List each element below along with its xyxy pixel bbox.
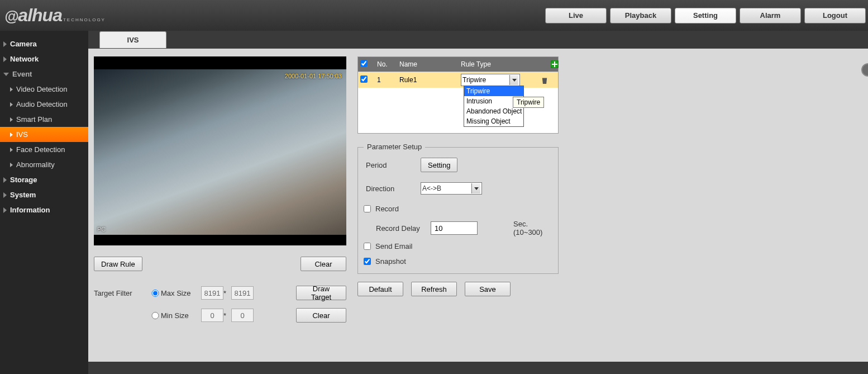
brand-at-icon: @ bbox=[4, 8, 18, 25]
draw-target-button[interactable]: Draw Target bbox=[296, 286, 346, 300]
action-row: Default Refresh Save bbox=[357, 282, 559, 296]
tab-strip: IVS bbox=[88, 31, 868, 49]
chevron-down-icon[interactable] bbox=[471, 183, 480, 193]
nav-logout-button[interactable]: Logout bbox=[804, 8, 866, 23]
caret-right-icon bbox=[3, 207, 7, 213]
delete-rule-icon[interactable] bbox=[541, 76, 549, 84]
send-email-checkbox[interactable] bbox=[364, 243, 371, 250]
settings-panel: 2000-01-01 17:50:03 PC Draw Rule Clear T… bbox=[88, 49, 868, 362]
sidebar-group-network[interactable]: Network bbox=[0, 51, 88, 67]
direction-value: A<->B bbox=[422, 184, 441, 192]
record-checkbox[interactable] bbox=[364, 205, 371, 212]
rule-row-name[interactable]: Rule1 bbox=[397, 76, 459, 84]
direction-label: Direction bbox=[366, 184, 416, 193]
direction-combo[interactable]: A<->B bbox=[421, 182, 482, 195]
tooltip: Tripwire bbox=[513, 97, 544, 108]
col-type: Rule Type bbox=[459, 60, 537, 68]
min-size-label: Min Size bbox=[161, 311, 201, 320]
top-nav: Live Playback Setting Alarm Logout bbox=[545, 8, 868, 23]
rule-row-no: 1 bbox=[375, 76, 397, 84]
main-area: IVS 2000-01-01 17:50:03 PC Draw Rule Cle… bbox=[88, 31, 868, 374]
video-column: 2000-01-01 17:50:03 PC Draw Rule Clear T… bbox=[94, 56, 346, 323]
caret-right-icon bbox=[3, 177, 7, 183]
max-width-input[interactable] bbox=[201, 286, 223, 300]
parameter-setup-fieldset: Parameter Setup Period Setting Direction… bbox=[357, 147, 559, 274]
sidebar-item-video-detection[interactable]: Video Detection bbox=[0, 82, 88, 97]
clear-rule-button[interactable]: Clear bbox=[301, 257, 346, 271]
dropdown-option-tripwire[interactable]: Tripwire bbox=[464, 86, 523, 96]
rule-table: No. Name Rule Type 1 Rule1 bbox=[357, 56, 559, 134]
rule-column: No. Name Rule Type 1 Rule1 bbox=[357, 56, 559, 296]
chevron-right-icon bbox=[10, 132, 13, 137]
caret-right-icon bbox=[3, 192, 7, 198]
chevron-right-icon bbox=[10, 87, 13, 92]
snapshot-checkbox[interactable] bbox=[364, 258, 371, 265]
rule-type-value: Tripwire bbox=[462, 76, 486, 84]
record-delay-hint: Sec. (10~300) bbox=[513, 220, 550, 236]
video-timestamp: 2000-01-01 17:50:03 bbox=[285, 73, 342, 79]
clear-target-button[interactable]: Clear bbox=[296, 308, 346, 323]
draw-rule-button[interactable]: Draw Rule bbox=[94, 257, 142, 271]
col-no: No. bbox=[375, 60, 397, 68]
col-name: Name bbox=[397, 60, 459, 68]
sidebar-group-information[interactable]: Information bbox=[0, 202, 88, 217]
sidebar-item-ivs[interactable]: IVS bbox=[0, 127, 88, 142]
record-delay-input[interactable] bbox=[431, 221, 478, 235]
chevron-right-icon bbox=[10, 102, 13, 107]
send-email-label: Send Email bbox=[375, 242, 412, 250]
default-button[interactable]: Default bbox=[357, 282, 403, 296]
brand-sub: TECHNOLOGY bbox=[63, 17, 106, 22]
chevron-right-icon bbox=[10, 148, 13, 152]
target-filter-label: Target Filter bbox=[94, 289, 150, 297]
sidebar-group-event[interactable]: Event bbox=[0, 67, 88, 82]
rule-row[interactable]: 1 Rule1 Tripwire bbox=[358, 72, 558, 88]
video-corner-label: PC bbox=[97, 226, 106, 233]
nav-setting-button[interactable]: Setting bbox=[675, 8, 736, 23]
sidebar-item-face-detection[interactable]: Face Detection bbox=[0, 142, 88, 157]
caret-down-icon bbox=[3, 73, 9, 76]
record-label: Record bbox=[375, 205, 399, 213]
video-preview: 2000-01-01 17:50:03 PC bbox=[94, 56, 346, 245]
chevron-right-icon bbox=[10, 163, 13, 167]
video-frame[interactable]: 2000-01-01 17:50:03 PC bbox=[94, 69, 346, 235]
sidebar-group-camera[interactable]: Camera bbox=[0, 36, 88, 51]
caret-right-icon bbox=[3, 56, 7, 62]
top-bar: @alhua TECHNOLOGY Live Playback Setting … bbox=[0, 0, 868, 31]
select-all-checkbox[interactable] bbox=[360, 60, 368, 67]
min-height-input[interactable] bbox=[231, 309, 254, 322]
rule-table-header: No. Name Rule Type bbox=[358, 57, 558, 72]
sidebar: Camera Network Event Video Detection Aud… bbox=[0, 31, 88, 374]
max-height-input[interactable] bbox=[231, 286, 254, 300]
chevron-down-icon[interactable] bbox=[509, 75, 518, 85]
brand-logo: @alhua TECHNOLOGY bbox=[4, 5, 106, 26]
nav-playback-button[interactable]: Playback bbox=[610, 8, 671, 23]
min-size-radio[interactable] bbox=[150, 312, 161, 319]
snapshot-label: Snapshot bbox=[375, 257, 406, 266]
record-delay-label: Record Delay bbox=[376, 224, 426, 233]
size-multiply-2: * bbox=[223, 311, 231, 320]
add-rule-icon[interactable] bbox=[551, 60, 559, 68]
rule-type-combo[interactable]: Tripwire bbox=[461, 74, 520, 86]
max-size-radio[interactable] bbox=[150, 290, 161, 297]
sidebar-item-smart-plan[interactable]: Smart Plan bbox=[0, 112, 88, 127]
sidebar-group-system[interactable]: System bbox=[0, 187, 88, 202]
nav-live-button[interactable]: Live bbox=[545, 8, 607, 23]
refresh-button[interactable]: Refresh bbox=[411, 282, 457, 296]
sidebar-item-abnormality[interactable]: Abnormality bbox=[0, 157, 88, 172]
size-multiply-1: * bbox=[223, 289, 231, 297]
brand-name: alhua bbox=[18, 5, 62, 26]
min-width-input[interactable] bbox=[201, 309, 223, 322]
save-button[interactable]: Save bbox=[465, 282, 511, 296]
period-label: Period bbox=[366, 161, 416, 169]
period-setting-button[interactable]: Setting bbox=[421, 158, 457, 172]
parameter-setup-legend: Parameter Setup bbox=[364, 143, 425, 151]
sidebar-item-audio-detection[interactable]: Audio Detection bbox=[0, 97, 88, 112]
rule-row-checkbox[interactable] bbox=[360, 75, 368, 83]
sidebar-group-storage[interactable]: Storage bbox=[0, 172, 88, 187]
dropdown-option-missing[interactable]: Missing Object bbox=[464, 116, 523, 126]
max-size-label: Max Size bbox=[161, 289, 201, 297]
nav-alarm-button[interactable]: Alarm bbox=[740, 8, 801, 23]
chevron-right-icon bbox=[10, 117, 13, 122]
caret-right-icon bbox=[3, 41, 7, 47]
tab-ivs[interactable]: IVS bbox=[99, 31, 166, 48]
